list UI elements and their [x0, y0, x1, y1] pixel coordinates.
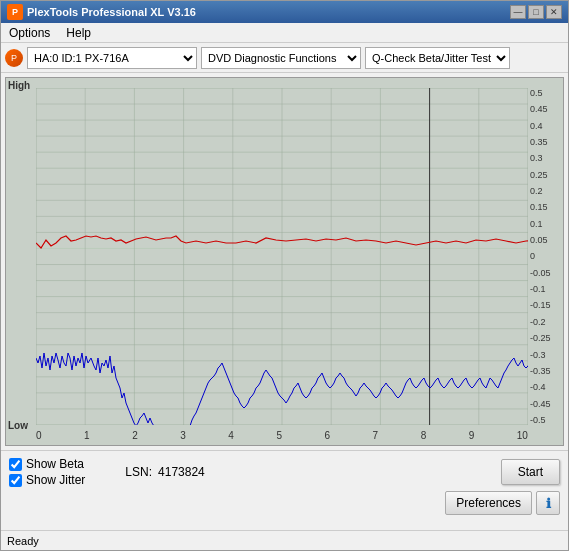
- toolbar-app-icon: P: [5, 49, 23, 67]
- show-beta-text: Show Beta: [26, 457, 84, 471]
- checkbox-group: Show Beta Show Jitter: [9, 457, 85, 487]
- chart-label-high: High: [8, 80, 30, 91]
- toolbar: P HA:0 ID:1 PX-716A DVD Diagnostic Funct…: [1, 43, 568, 73]
- main-window: P PlexTools Professional XL V3.16 — □ ✕ …: [0, 0, 569, 551]
- maximize-button[interactable]: □: [528, 5, 544, 19]
- x-axis: 0 1 2 3 4 5 6 7 8 9 10: [36, 425, 528, 445]
- bottom-second-row: Preferences ℹ: [9, 491, 560, 515]
- show-beta-label[interactable]: Show Beta: [9, 457, 85, 471]
- function-select[interactable]: DVD Diagnostic Functions: [201, 47, 361, 69]
- lsn-section: LSN: 4173824: [125, 465, 204, 479]
- checkboxes-lsn: Show Beta Show Jitter LSN: 4173824: [9, 457, 205, 487]
- preferences-button[interactable]: Preferences: [445, 491, 532, 515]
- menu-bar: Options Help: [1, 23, 568, 43]
- bottom-panel: Show Beta Show Jitter LSN: 4173824 Start…: [1, 450, 568, 530]
- status-bar: Ready: [1, 530, 568, 550]
- show-beta-checkbox[interactable]: [9, 458, 22, 471]
- close-button[interactable]: ✕: [546, 5, 562, 19]
- chart-area: High Low 0.5 0.45 0.4 0.35 0.3 0.25 0.2 …: [5, 77, 564, 446]
- title-bar: P PlexTools Professional XL V3.16 — □ ✕: [1, 1, 568, 23]
- device-select[interactable]: HA:0 ID:1 PX-716A: [27, 47, 197, 69]
- bottom-top-row: Show Beta Show Jitter LSN: 4173824 Start: [9, 457, 560, 487]
- show-jitter-text: Show Jitter: [26, 473, 85, 487]
- menu-options[interactable]: Options: [5, 25, 54, 41]
- window-title: PlexTools Professional XL V3.16: [27, 6, 510, 18]
- menu-help[interactable]: Help: [62, 25, 95, 41]
- status-text: Ready: [7, 535, 39, 547]
- chart-svg: [36, 88, 528, 425]
- chart-label-low: Low: [8, 420, 28, 431]
- window-controls: — □ ✕: [510, 5, 562, 19]
- chart-canvas: [36, 88, 528, 425]
- lsn-value: 4173824: [158, 465, 205, 479]
- y-axis-right: 0.5 0.45 0.4 0.35 0.3 0.25 0.2 0.15 0.1 …: [528, 88, 563, 425]
- info-button[interactable]: ℹ: [536, 491, 560, 515]
- app-icon: P: [7, 4, 23, 20]
- lsn-label: LSN:: [125, 465, 152, 479]
- minimize-button[interactable]: —: [510, 5, 526, 19]
- start-button[interactable]: Start: [501, 459, 560, 485]
- test-select[interactable]: Q-Check Beta/Jitter Test: [365, 47, 510, 69]
- show-jitter-checkbox[interactable]: [9, 474, 22, 487]
- show-jitter-label[interactable]: Show Jitter: [9, 473, 85, 487]
